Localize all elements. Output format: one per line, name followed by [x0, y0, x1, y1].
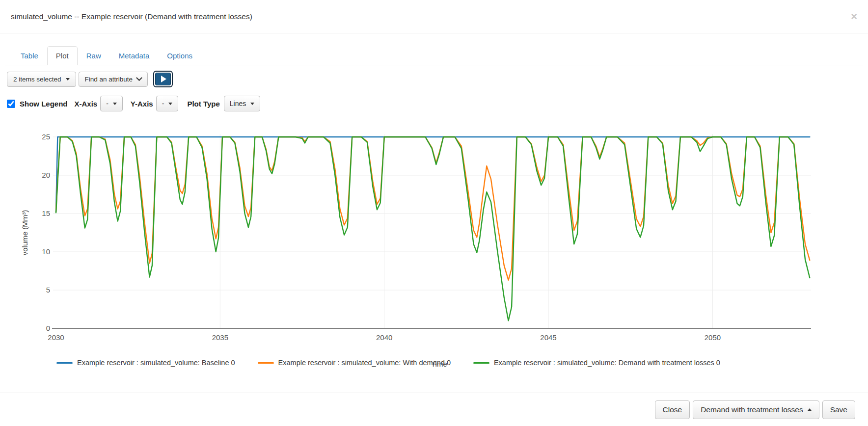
- volume-chart: 051015202520302035204020452050volume (Mm…: [20, 130, 815, 367]
- plot-type-value: Lines: [230, 100, 246, 107]
- caret-down-icon: [168, 103, 172, 105]
- close-icon[interactable]: ×: [851, 11, 857, 22]
- svg-text:2040: 2040: [376, 333, 392, 342]
- tab-options[interactable]: Options: [158, 46, 201, 65]
- legend-item-baseline[interactable]: Example reservoir : simulated_volume: Ba…: [56, 359, 235, 367]
- caret-down-icon: [66, 78, 70, 80]
- plot-type-label: Plot Type: [187, 100, 219, 108]
- play-icon: [161, 76, 166, 82]
- legend-label: Example reservoir : simulated_volume: Ba…: [77, 359, 235, 367]
- items-selected-label: 2 items selected: [13, 76, 61, 83]
- modal-header: simulated_volume -- Example reservoir (D…: [0, 0, 868, 33]
- y-axis-value: -: [162, 100, 164, 107]
- tab-table[interactable]: Table: [12, 46, 47, 65]
- tab-metadata[interactable]: Metadata: [110, 46, 159, 65]
- svg-text:20: 20: [42, 171, 50, 179]
- modal-title: simulated_volume -- Example reservoir (D…: [11, 12, 252, 21]
- find-attribute-label: Find an attribute: [85, 76, 133, 83]
- scenario-label: Demand with treatment losses: [701, 405, 803, 414]
- modal-footer: Close Demand with treatment losses Save: [0, 393, 868, 426]
- legend-label: Example reservoir : simulated_volume: De…: [494, 359, 720, 367]
- close-button[interactable]: Close: [655, 400, 690, 419]
- tab-plot[interactable]: Plot: [47, 46, 78, 65]
- svg-text:2050: 2050: [705, 333, 721, 342]
- svg-text:10: 10: [42, 247, 50, 256]
- x-axis-title: Time: [431, 360, 447, 368]
- chart-legend: Time Example reservoir : simulated_volum…: [20, 359, 815, 367]
- plot-options-bar: Show Legend X-Axis - Y-Axis - Plot Type …: [7, 95, 868, 112]
- svg-text:2035: 2035: [212, 333, 228, 342]
- svg-text:2030: 2030: [48, 333, 64, 342]
- run-button-focus-ring: [153, 71, 173, 87]
- svg-text:25: 25: [42, 133, 50, 141]
- x-axis-dropdown[interactable]: -: [100, 96, 123, 111]
- legend-line-swatch: [56, 362, 73, 364]
- svg-text:5: 5: [46, 286, 50, 294]
- save-button[interactable]: Save: [822, 400, 855, 419]
- plot-type-dropdown[interactable]: Lines: [224, 96, 260, 111]
- caret-down-icon: [250, 103, 254, 105]
- legend-line-swatch: [473, 362, 489, 364]
- items-selected-dropdown[interactable]: 2 items selected: [7, 72, 76, 87]
- scenario-dropdown[interactable]: Demand with treatment losses: [693, 400, 819, 419]
- attribute-data-modal: simulated_volume -- Example reservoir (D…: [0, 0, 868, 426]
- legend-item-with-demand[interactable]: Example reservoir : simulated_volume: Wi…: [258, 359, 451, 367]
- show-legend-checkbox[interactable]: [7, 100, 15, 108]
- chart-canvas[interactable]: 051015202520302035204020452050volume (Mm…: [20, 130, 815, 344]
- y-axis-dropdown[interactable]: -: [156, 96, 179, 111]
- run-button[interactable]: [155, 73, 171, 85]
- legend-line-swatch: [258, 362, 274, 364]
- find-attribute-select[interactable]: Find an attribute: [79, 72, 148, 87]
- tab-raw[interactable]: Raw: [78, 46, 110, 65]
- legend-label: Example reservoir : simulated_volume: Wi…: [278, 359, 451, 367]
- chevron-down-icon: [136, 75, 142, 81]
- tab-bar: Table Plot Raw Metadata Options: [5, 46, 863, 65]
- svg-text:0: 0: [46, 324, 50, 332]
- x-axis-label: X-Axis: [75, 100, 98, 108]
- caret-down-icon: [113, 103, 117, 105]
- x-axis-value: -: [106, 100, 108, 107]
- plot-toolbar: 2 items selected Find an attribute: [7, 70, 868, 88]
- caret-up-icon: [808, 408, 812, 411]
- svg-text:volume (Mm³): volume (Mm³): [21, 210, 29, 256]
- svg-text:15: 15: [42, 209, 50, 217]
- legend-item-treatment-losses[interactable]: Example reservoir : simulated_volume: De…: [473, 359, 720, 367]
- y-axis-label: Y-Axis: [131, 100, 153, 108]
- show-legend-label: Show Legend: [20, 100, 68, 108]
- svg-text:2045: 2045: [540, 333, 556, 342]
